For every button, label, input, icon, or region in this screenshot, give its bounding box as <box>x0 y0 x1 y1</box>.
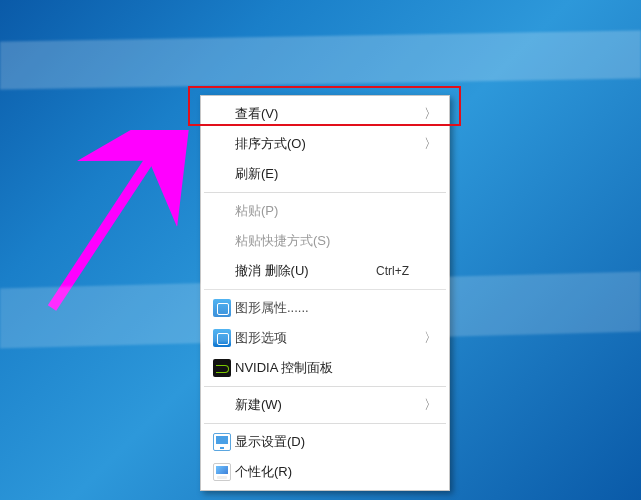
menu-item-display-settings[interactable]: 显示设置(D) <box>203 427 447 457</box>
menu-item-paste: 粘贴(P) <box>203 196 447 226</box>
menu-item-new[interactable]: 新建(W) 〉 <box>203 390 447 420</box>
nvidia-icon <box>209 359 235 377</box>
menu-label: 粘贴快捷方式(S) <box>235 232 423 250</box>
menu-item-refresh[interactable]: 刷新(E) <box>203 159 447 189</box>
chevron-right-icon: 〉 <box>423 396 437 414</box>
menu-item-graphics-properties[interactable]: 图形属性...... <box>203 293 447 323</box>
menu-label: 图形选项 <box>235 329 423 347</box>
chevron-right-icon: 〉 <box>423 329 437 347</box>
menu-item-sort[interactable]: 排序方式(O) 〉 <box>203 129 447 159</box>
menu-item-graphics-options[interactable]: 图形选项 〉 <box>203 323 447 353</box>
menu-item-nvidia[interactable]: NVIDIA 控制面板 <box>203 353 447 383</box>
annotation-arrow-icon <box>32 130 192 320</box>
menu-label: 撤消 删除(U) <box>235 262 376 280</box>
svg-line-0 <box>52 144 160 308</box>
menu-separator <box>204 386 446 387</box>
menu-label: 显示设置(D) <box>235 433 423 451</box>
menu-separator <box>204 289 446 290</box>
menu-label: 排序方式(O) <box>235 135 423 153</box>
menu-label: 图形属性...... <box>235 299 423 317</box>
menu-item-paste-shortcut: 粘贴快捷方式(S) <box>203 226 447 256</box>
intel-graphics-icon <box>209 299 235 317</box>
chevron-right-icon: 〉 <box>423 105 437 123</box>
menu-label: 新建(W) <box>235 396 423 414</box>
menu-label: 个性化(R) <box>235 463 423 481</box>
menu-shortcut: Ctrl+Z <box>376 264 423 278</box>
windows-desktop[interactable]: 查看(V) 〉 排序方式(O) 〉 刷新(E) 粘贴(P) 粘贴快捷方式(S) … <box>0 0 641 500</box>
menu-item-view[interactable]: 查看(V) 〉 <box>203 99 447 129</box>
display-settings-icon <box>209 433 235 451</box>
menu-separator <box>204 192 446 193</box>
menu-item-personalize[interactable]: 个性化(R) <box>203 457 447 487</box>
menu-item-undo[interactable]: 撤消 删除(U) Ctrl+Z <box>203 256 447 286</box>
chevron-right-icon: 〉 <box>423 135 437 153</box>
menu-label: 粘贴(P) <box>235 202 423 220</box>
menu-label: NVIDIA 控制面板 <box>235 359 423 377</box>
intel-graphics-icon <box>209 329 235 347</box>
menu-label: 刷新(E) <box>235 165 423 183</box>
desktop-context-menu: 查看(V) 〉 排序方式(O) 〉 刷新(E) 粘贴(P) 粘贴快捷方式(S) … <box>200 95 450 491</box>
personalize-icon <box>209 463 235 481</box>
menu-separator <box>204 423 446 424</box>
menu-label: 查看(V) <box>235 105 423 123</box>
